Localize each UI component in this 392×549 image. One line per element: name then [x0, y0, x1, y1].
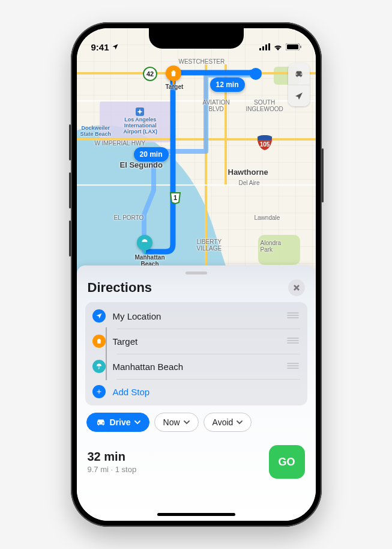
add-stop-row[interactable]: Add Stop — [92, 379, 307, 404]
chevron-down-icon — [134, 419, 140, 425]
phone-frame: 9:41 — [71, 22, 322, 527]
svg-text:1: 1 — [173, 194, 176, 201]
battery-icon — [286, 43, 301, 50]
map-poi-label: DockweilerState Beach — [80, 126, 112, 138]
location-services-icon — [112, 43, 119, 50]
map-label: EL PORTO — [114, 214, 144, 221]
route-time-badge-primary[interactable]: 12 min — [210, 77, 245, 92]
road — [205, 64, 207, 287]
map-controls — [288, 63, 310, 106]
chip-label: Drive — [110, 417, 131, 427]
map-label: Del Aire — [239, 180, 260, 186]
svg-rect-1 — [262, 46, 264, 50]
chevron-down-icon — [184, 419, 190, 425]
chip-label: Avoid — [213, 417, 234, 427]
route-options: Drive Now Avoid — [85, 405, 307, 439]
reorder-handle[interactable] — [287, 361, 307, 372]
map-label: AVIATIONBLVD — [203, 99, 230, 112]
stop-label: Manhattan Beach — [113, 362, 280, 372]
notch — [149, 28, 244, 49]
go-button[interactable]: GO — [269, 445, 305, 479]
svg-text:42: 42 — [146, 70, 153, 77]
wifi-icon — [273, 43, 283, 50]
map-label: WESTCHESTER — [179, 58, 225, 65]
stop-row[interactable]: Manhattan Beach — [92, 354, 307, 379]
recenter-button[interactable] — [288, 85, 310, 106]
travel-mode-chip[interactable]: Drive — [86, 413, 149, 432]
directions-sheet[interactable]: Directions My LocationTargetManhattan Be… — [77, 265, 316, 521]
map-label: Hawthorne — [228, 168, 268, 177]
car-icon — [95, 418, 106, 426]
avoid-chip[interactable]: Avoid — [204, 413, 252, 432]
map-pin-manhattan-beach[interactable] — [137, 235, 152, 250]
bag-icon — [92, 335, 106, 348]
chevron-down-icon — [237, 419, 243, 425]
car-icon — [294, 68, 304, 79]
sheet-title: Directions — [88, 280, 152, 296]
map-label: LIBERTYVILLAGE — [197, 238, 222, 252]
map-label: Lawndale — [255, 214, 280, 221]
close-icon — [293, 284, 300, 291]
status-time: 9:41 — [91, 42, 109, 52]
stop-row[interactable]: My Location — [92, 303, 307, 329]
map-pin-label: Target — [166, 83, 184, 90]
airport-icon — [136, 108, 144, 116]
hwy-shield-42: 42 — [143, 67, 157, 81]
svg-rect-6 — [300, 46, 301, 48]
route-summary: 32 min 9.7 mi · 1 stop GO — [85, 439, 307, 479]
svg-text:105: 105 — [259, 141, 270, 148]
stops-list: My LocationTargetManhattan BeachAdd Stop — [85, 302, 307, 405]
stop-label: My Location — [113, 311, 280, 321]
route-time-badge-alt[interactable]: 20 min — [134, 147, 169, 162]
svg-rect-0 — [259, 48, 261, 50]
eta-meta: 9.7 mi · 1 stop — [88, 465, 137, 474]
map-label: W IMPERIAL HWY — [95, 140, 146, 147]
reorder-handle[interactable] — [287, 311, 307, 321]
reorder-handle[interactable] — [287, 336, 307, 347]
hwy-shield-1: 1 — [168, 190, 182, 205]
current-location-dot — [250, 68, 262, 80]
location-arrow-icon — [294, 91, 304, 102]
map-label: AlondraPark — [261, 240, 281, 253]
map[interactable]: Target ManhattanBeach 12 min 20 min 42 1… — [77, 28, 316, 287]
map-mode-button[interactable] — [288, 63, 310, 85]
map-label: SOUTHINGLEWOOD — [246, 99, 283, 112]
stop-row[interactable]: Target — [92, 329, 307, 354]
umbrella-icon — [92, 360, 106, 373]
depart-time-chip[interactable]: Now — [154, 413, 199, 432]
cellular-icon — [259, 43, 270, 50]
svg-rect-5 — [287, 44, 298, 49]
road — [77, 72, 316, 74]
close-button[interactable] — [288, 279, 305, 296]
map-pin-target[interactable] — [166, 65, 181, 81]
stop-label: Target — [113, 336, 280, 347]
location-icon — [92, 309, 106, 323]
svg-rect-3 — [268, 43, 270, 50]
eta-time: 32 min — [88, 450, 137, 464]
chip-label: Now — [163, 417, 180, 427]
screen: 9:41 — [77, 28, 316, 521]
sheet-grabber[interactable] — [185, 271, 207, 274]
plus-icon — [92, 385, 106, 398]
map-label: El Segundo — [120, 160, 163, 169]
hwy-shield-105: 105 — [256, 133, 274, 151]
home-indicator[interactable] — [157, 513, 235, 516]
map-poi-label: Los AngelesInternationalAirport (LAX) — [124, 117, 158, 135]
svg-rect-2 — [265, 44, 267, 50]
stop-label: Add Stop — [113, 387, 307, 397]
